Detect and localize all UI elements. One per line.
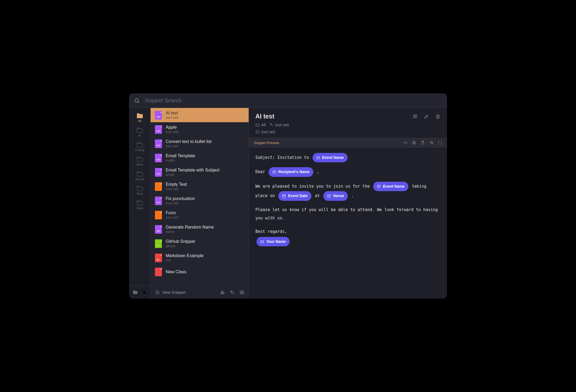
item-title: Email Template [166, 153, 195, 158]
placeholder-recipient-name[interactable]: Recipient's Name [269, 167, 313, 177]
code-icon[interactable] [403, 141, 408, 145]
wrap-icon[interactable] [429, 141, 433, 145]
item-title: Email Template with Subject [166, 168, 220, 173]
gear-icon[interactable] [240, 290, 244, 295]
svg-rect-21 [317, 157, 320, 159]
svg-rect-7 [222, 291, 223, 294]
meta-folder[interactable]: All [255, 123, 266, 127]
item-subtitle: github [166, 244, 195, 248]
snippet-title: AI test [255, 113, 412, 120]
paste-icon[interactable] [421, 141, 425, 145]
svg-rect-16 [413, 142, 415, 144]
file-icon: >_ [155, 239, 162, 248]
sidebar-item-all[interactable]: All [129, 111, 150, 125]
list-item[interactable]: TXTApple(not set) [151, 122, 249, 136]
file-icon: M↓ [155, 254, 162, 262]
item-subtitle: email [166, 173, 220, 177]
svg-rect-22 [273, 171, 276, 173]
item-title: GitHub Snippet [166, 239, 195, 244]
sidebar-label: Coding [135, 148, 144, 152]
sidebar-label: Other [136, 163, 144, 166]
placeholder-event-date[interactable]: Event Date [278, 191, 311, 201]
list-item[interactable]: >_GitHub Snippetgithub [151, 236, 249, 251]
meta-keyword[interactable]: (not set) [269, 123, 289, 127]
trash-icon[interactable] [435, 114, 440, 119]
chat-icon [255, 130, 260, 134]
item-title: Apple [166, 125, 179, 130]
sidebar-item-scripts[interactable]: Scripts [129, 169, 150, 183]
preview-body: Subject: Invitation to Event Name Dear R… [249, 148, 447, 299]
sidebar-item-work[interactable]: Work [129, 198, 150, 212]
file-icon: TXT [155, 168, 162, 177]
file-icon: TXT [155, 139, 162, 148]
folder-icon [137, 186, 143, 191]
file-icon: TXT [155, 154, 162, 162]
svg-point-15 [270, 124, 271, 125]
detail-panel: AI test All (not set) [249, 108, 447, 299]
item-title: Form [166, 211, 179, 215]
item-title: AI test [166, 111, 179, 116]
svg-rect-23 [377, 185, 380, 187]
app-window: AllAICodingOtherScriptsTestsWork TXTAI t… [129, 93, 447, 299]
folder-icon [137, 172, 143, 176]
search-icon [134, 98, 140, 104]
item-title: Fix punctuation [166, 196, 195, 201]
preview-label: Snippet Preview [254, 141, 279, 145]
snippet-list-panel: TXTAI test(not set)TXTApple(not set)TXTC… [151, 108, 249, 299]
list-item[interactable]: TXTAI test(not set) [151, 108, 249, 122]
open-folder-icon[interactable] [133, 290, 137, 294]
folder-icon [255, 123, 260, 127]
list-item[interactable]: TXTGenerate Random Namename [151, 222, 249, 236]
svg-rect-6 [221, 292, 221, 294]
stats-icon[interactable] [220, 290, 225, 295]
svg-point-10 [241, 292, 243, 293]
tag-icon[interactable] [142, 290, 147, 295]
list-footer: New Snippet [151, 286, 249, 299]
edit-icon[interactable] [424, 114, 429, 119]
snippet-list: TXTAI test(not set)TXTApple(not set)TXTC… [151, 108, 249, 286]
item-subtitle: (not set) [166, 116, 179, 120]
sidebar-item-ai[interactable]: AI [129, 125, 150, 140]
sidebar-item-coding[interactable]: Coding [129, 140, 150, 154]
list-item[interactable]: TXTEmail Template with Subjectemail [151, 165, 249, 179]
new-snippet-label: New Snippet [162, 290, 185, 295]
list-item[interactable]: TXTEmail Templatemailto [151, 151, 249, 165]
file-icon: TXT [155, 225, 162, 234]
copy-icon[interactable] [412, 141, 416, 145]
svg-rect-8 [224, 292, 224, 294]
placeholder-event-name-2[interactable]: Event Name [373, 182, 408, 191]
placeholder-event-name[interactable]: Event Name [313, 153, 348, 162]
sidebar-label: All [138, 119, 141, 122]
detail-header: AI test All (not set) [249, 108, 447, 138]
svg-rect-17 [413, 141, 415, 144]
tag-icon[interactable] [230, 290, 235, 295]
file-icon [155, 268, 162, 276]
sidebar-item-other[interactable]: Other [129, 154, 150, 169]
list-item[interactable]: TXTConvert text to bullet list(not set) [151, 136, 249, 151]
users-icon[interactable] [412, 114, 418, 119]
sidebar-item-tests[interactable]: Tests [129, 183, 150, 198]
sidebar-footer [129, 286, 150, 299]
sidebar-label: Work [136, 206, 143, 210]
fullscreen-icon[interactable] [438, 141, 442, 145]
new-snippet-button[interactable]: New Snippet [155, 290, 185, 295]
meta-note[interactable]: (not set) [255, 130, 275, 134]
folder-icon [137, 142, 143, 147]
file-icon: TXT [155, 197, 162, 205]
svg-rect-24 [283, 195, 286, 197]
searchbar [129, 93, 447, 108]
item-title: Empty Test [166, 182, 187, 187]
list-item[interactable]: Empty Test(not set) [151, 179, 249, 194]
list-item[interactable]: M↓Markdown Examplemd [151, 251, 249, 265]
item-subtitle: (not set) [166, 187, 187, 191]
placeholder-venue[interactable]: Venue [323, 191, 348, 201]
sidebar-label: Scripts [135, 177, 144, 181]
list-item[interactable]: New Class [151, 265, 249, 279]
list-item[interactable]: TXTFix punctuation(not set) [151, 194, 249, 208]
file-icon [155, 182, 162, 191]
list-item[interactable]: Form(not set) [151, 208, 249, 222]
svg-line-1 [138, 102, 139, 103]
svg-rect-29 [261, 241, 264, 243]
placeholder-your-name[interactable]: Your Name [256, 237, 290, 246]
search-input[interactable] [144, 97, 442, 104]
